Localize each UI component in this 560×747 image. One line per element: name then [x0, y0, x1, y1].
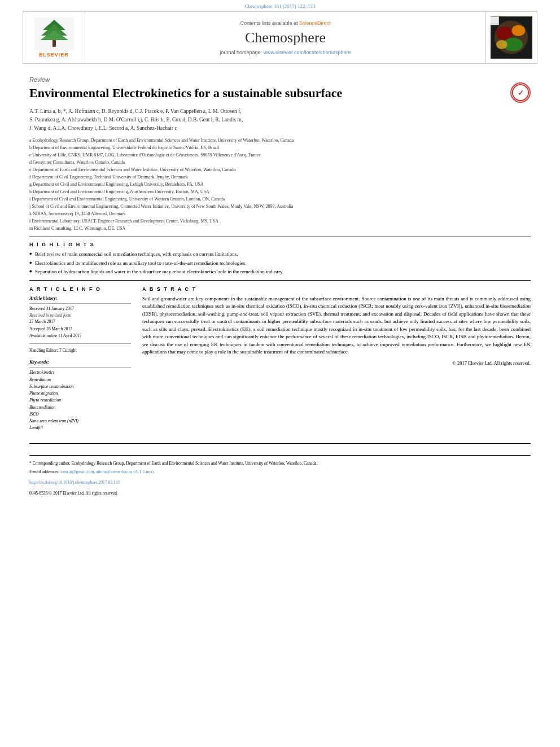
received-date: Received 31 January 2017	[29, 305, 131, 312]
available-online-date: Available online 11 April 2017	[29, 333, 131, 339]
science-direct-link[interactable]: ScienceDirect	[299, 20, 331, 26]
keyword-2: Remediation	[29, 377, 131, 383]
keyword-8: Nano zero valent iron (nZVI)	[29, 418, 131, 424]
journal-header: ELSEVIER Contents lists available at Sci…	[23, 11, 537, 64]
doi-line: http://dx.doi.org/10.1016/j.chemosphere.…	[29, 479, 531, 486]
highlight-item-3: Separation of hydrocarbon liquids and wa…	[29, 268, 531, 276]
article-info-header: A R T I C L E I N F O	[29, 286, 131, 292]
page: Chemosphere 181 (2017) 122–133 ELSEVIER	[0, 0, 560, 747]
author-line-3: J. Wang d, A.I.A. Chowdhury i, E.L. Seco…	[29, 124, 531, 133]
journal-cover-image	[491, 16, 532, 59]
corresponding-note: * Corresponding author. Ecohydrology Res…	[29, 460, 531, 466]
affiliation-7: g Department of Civil and Environmental …	[29, 181, 531, 188]
citation-bar: Chemosphere 181 (2017) 122–133	[0, 0, 560, 11]
abstract-header: A B S T R A C T	[142, 286, 531, 292]
svg-text:✓: ✓	[518, 89, 524, 97]
journal-homepage: journal homepage: www.elsevier.com/locat…	[220, 50, 351, 55]
accepted-date: Accepted 28 March 2017	[29, 326, 131, 332]
affiliation-8: h Department of Civil and Environmental …	[29, 189, 531, 195]
cover-svg	[491, 16, 532, 59]
article-info-content: Article history: Received 31 January 201…	[29, 295, 131, 431]
keywords-section: Keywords: Electrokinetics Remediation Su…	[29, 359, 131, 431]
crossmark-icon: ✓	[510, 82, 531, 103]
crossmark-section: ✓	[510, 82, 531, 103]
elsevier-logo: ELSEVIER	[34, 18, 74, 58]
keyword-1: Electrokinetics	[29, 369, 131, 375]
elsevier-text: ELSEVIER	[39, 52, 69, 58]
highlights-section: H I G H L I G H T S Brief review of main…	[29, 242, 531, 276]
title-section: ✓ Environmental Electrokinetics for a su…	[29, 85, 531, 102]
journal-cover-section	[486, 12, 537, 63]
history-label: Article history:	[29, 295, 131, 304]
divider-3	[29, 443, 531, 444]
two-column-layout: A R T I C L E I N F O Article history: R…	[29, 286, 531, 432]
authors-section: A.T. Lima a, b, *, A. Hofmann c, D. Reyn…	[29, 107, 531, 133]
affiliation-3: c University of Lille, CNRS, UMR 8187, L…	[29, 152, 531, 159]
issn-line: 0045-6535/© 2017 Elsevier Ltd. All right…	[29, 490, 531, 496]
article-title: Environmental Electrokinetics for a sust…	[29, 85, 531, 102]
author-line-2: S. Pamukcu g, A. Alshawabekh h, D.M. O'C…	[29, 116, 531, 124]
abstract-text: Soil and groundwater are key components …	[142, 295, 531, 367]
affiliation-12: l Environmental Laboratory, USACE Engine…	[29, 218, 531, 225]
divider-2	[29, 280, 531, 281]
journal-center-info: Contents lists available at ScienceDirec…	[85, 12, 486, 63]
divider-1	[29, 237, 531, 237]
svg-rect-6	[491, 17, 499, 25]
keyword-6: Bioremediation	[29, 404, 131, 410]
email-links[interactable]: lima.at@gmail.com, atlima@uwaterloo.ca (…	[60, 469, 155, 474]
affiliation-1: a Ecohydrology Research Group, Departmen…	[29, 137, 531, 144]
science-direct-text: Contents lists available at ScienceDirec…	[240, 20, 330, 26]
crossmark-svg: ✓	[511, 83, 530, 102]
main-content: Review ✓ Environmental Electrokinetics f…	[0, 64, 560, 508]
author-line-1: A.T. Lima a, b, *, A. Hofmann c, D. Reyn…	[29, 107, 531, 116]
highlights-header: H I G H L I G H T S	[29, 242, 531, 247]
revised-date: 27 March 2017	[29, 318, 131, 325]
handling-editor-text: Handling Editor: T Cutright	[29, 348, 77, 353]
journal-title: Chemosphere	[245, 29, 326, 46]
keyword-7: ISCO	[29, 411, 131, 417]
affiliation-6: f Department of Civil Engineering, Techn…	[29, 174, 531, 181]
svg-point-9	[511, 25, 525, 36]
email-note: E-mail addresses: lima.at@gmail.com, atl…	[29, 469, 531, 475]
abstract-paragraph: Soil and groundwater are key components …	[142, 295, 531, 356]
article-type-label: Review	[29, 76, 531, 83]
copyright-line: © 2017 Elsevier Ltd. All rights reserved…	[142, 360, 531, 367]
svg-point-11	[496, 40, 508, 49]
keyword-3: Subsurface contamination	[29, 383, 131, 390]
keywords-label: Keywords:	[29, 359, 131, 368]
highlight-item-2: Electrokinetics and its multifaceted rol…	[29, 260, 531, 267]
affiliation-9: i Department of Civil and Environmental …	[29, 196, 531, 203]
article-info-column: A R T I C L E I N F O Article history: R…	[29, 286, 131, 432]
elsevier-tree-icon	[34, 18, 74, 50]
svg-rect-1	[53, 39, 56, 47]
affiliation-13: m Richland Consulting, LLC, Wilmington, …	[29, 225, 531, 232]
journal-homepage-link[interactable]: www.elsevier.com/locate/chemosphere	[264, 50, 351, 55]
keyword-9: Landfill	[29, 425, 131, 431]
affiliation-4: d Geosyntec Consultants, Waterloo, Ontar…	[29, 159, 531, 166]
keyword-4: Plume migration	[29, 390, 131, 396]
affiliation-11: k NIRAS, Sortemosevej 19, 3450 Alleroed,…	[29, 211, 531, 217]
highlight-item-1: Brief review of main commercial soil rem…	[29, 251, 531, 258]
affiliation-5: e Department of Earth and Environmental …	[29, 167, 531, 173]
affiliations-section: a Ecohydrology Research Group, Departmen…	[29, 137, 531, 232]
affiliation-10: j School of Civil and Environmental Engi…	[29, 203, 531, 210]
elsevier-logo-section: ELSEVIER	[23, 12, 85, 63]
doi-link[interactable]: http://dx.doi.org/10.1016/j.chemosphere.…	[29, 480, 120, 485]
footer-section: * Corresponding author. Ecohydrology Res…	[29, 455, 531, 497]
citation-text: Chemosphere 181 (2017) 122–133	[244, 3, 315, 9]
keyword-5: Phyto-remediation	[29, 397, 131, 403]
handling-editor: Handling Editor: T Cutright	[29, 343, 131, 353]
abstract-column: A B S T R A C T Soil and groundwater are…	[142, 286, 531, 432]
affiliation-2: b Department of Environmental Engineerin…	[29, 145, 531, 151]
received-revised-label: Received in revised form	[29, 312, 131, 318]
